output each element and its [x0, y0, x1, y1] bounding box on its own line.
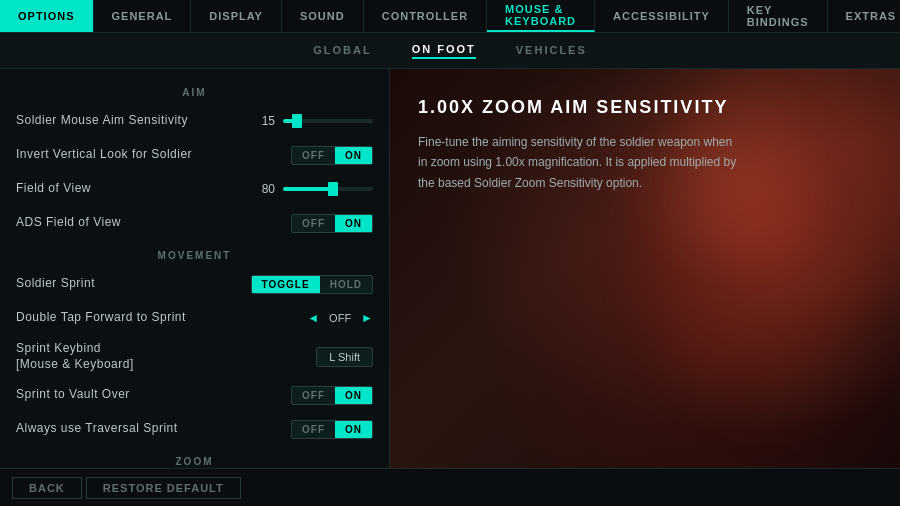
field-of-view-label: Field of View: [16, 181, 91, 197]
invert-vertical-off[interactable]: OFF: [292, 147, 335, 164]
ads-fov-on[interactable]: ON: [335, 215, 372, 232]
setting-traversal-sprint[interactable]: Always use Traversal Sprint OFF ON: [0, 412, 389, 446]
traversal-sprint-on[interactable]: ON: [335, 421, 372, 438]
setting-double-tap[interactable]: Double Tap Forward to Sprint ◄ OFF ►: [0, 301, 389, 335]
double-tap-label: Double Tap Forward to Sprint: [16, 310, 186, 326]
bottom-bar: BACK RESTORE DEFAULT: [0, 468, 900, 506]
setting-sprint-keybind[interactable]: Sprint Keybind [Mouse & Keyboard] L Shif…: [0, 335, 389, 378]
sprint-keybind-label: Sprint Keybind [Mouse & Keyboard]: [16, 341, 134, 372]
right-panel: 1.00X ZOOM AIM SENSITIVITY Fine-tune the…: [390, 69, 900, 468]
restore-default-button[interactable]: RESTORE DEFAULT: [86, 477, 241, 499]
invert-vertical-toggle[interactable]: OFF ON: [291, 146, 373, 165]
slider-thumb-fov[interactable]: [328, 182, 338, 196]
double-tap-value: OFF: [325, 312, 355, 324]
traversal-sprint-toggle[interactable]: OFF ON: [291, 420, 373, 439]
setting-field-of-view[interactable]: Field of View 80: [0, 172, 389, 206]
section-header-movement: MOVEMENT: [0, 240, 389, 267]
nav-extras[interactable]: EXTRAS: [828, 0, 900, 32]
slider-value-mouse-aim: 15: [255, 114, 275, 128]
setting-invert-vertical[interactable]: Invert Vertical Look for Soldier OFF ON: [0, 138, 389, 172]
double-tap-prev[interactable]: ◄: [307, 311, 319, 325]
soldier-sprint-toggle[interactable]: TOGGLE HOLD: [251, 275, 373, 294]
info-title: 1.00X ZOOM AIM SENSITIVITY: [418, 97, 872, 118]
ads-fov-off[interactable]: OFF: [292, 215, 335, 232]
slider-thumb-mouse-aim[interactable]: [292, 114, 302, 128]
soldier-sprint-label: Soldier Sprint: [16, 276, 95, 292]
tab-global[interactable]: GLOBAL: [313, 44, 371, 58]
nav-key-bindings[interactable]: KEY BINDINGS: [729, 0, 828, 32]
sprint-keybind-button[interactable]: L Shift: [316, 347, 373, 367]
slider-track-mouse-aim[interactable]: [283, 119, 373, 123]
top-nav: OPTIONS GENERAL DISPLAY SOUND CONTROLLER…: [0, 0, 900, 33]
sprint-vault-label: Sprint to Vault Over: [16, 387, 130, 403]
field-of-view-control: 80: [255, 182, 373, 196]
nav-display[interactable]: DISPLAY: [191, 0, 282, 32]
slider-value-fov: 80: [255, 182, 275, 196]
invert-vertical-label: Invert Vertical Look for Soldier: [16, 147, 192, 163]
sprint-vault-off[interactable]: OFF: [292, 387, 335, 404]
traversal-sprint-label: Always use Traversal Sprint: [16, 421, 178, 437]
invert-vertical-on[interactable]: ON: [335, 147, 372, 164]
traversal-sprint-off[interactable]: OFF: [292, 421, 335, 438]
nav-mouse-keyboard[interactable]: MOUSE & KEYBOARD: [487, 0, 595, 32]
nav-general[interactable]: GENERAL: [94, 0, 192, 32]
soldier-sprint-hold-btn[interactable]: HOLD: [320, 276, 372, 293]
setting-ads-fov[interactable]: ADS Field of View OFF ON: [0, 206, 389, 240]
ads-fov-toggle[interactable]: OFF ON: [291, 214, 373, 233]
info-description: Fine-tune the aiming sensitivity of the …: [418, 132, 738, 193]
setting-soldier-sprint[interactable]: Soldier Sprint TOGGLE HOLD: [0, 267, 389, 301]
nav-accessibility[interactable]: ACCESSIBILITY: [595, 0, 729, 32]
nav-controller[interactable]: CONTROLLER: [364, 0, 487, 32]
nav-sound[interactable]: SOUND: [282, 0, 364, 32]
back-button[interactable]: BACK: [12, 477, 82, 499]
sprint-vault-on[interactable]: ON: [335, 387, 372, 404]
tab-on-foot[interactable]: ON FOOT: [412, 43, 476, 59]
main-content: AIM Soldier Mouse Aim Sensitivity 15 Inv…: [0, 69, 900, 468]
sprint-vault-toggle[interactable]: OFF ON: [291, 386, 373, 405]
section-header-zoom: ZOOM: [0, 446, 389, 468]
double-tap-selector[interactable]: ◄ OFF ►: [307, 311, 373, 325]
tab-vehicles[interactable]: VEHICLES: [516, 44, 587, 58]
ads-fov-label: ADS Field of View: [16, 215, 121, 231]
soldier-mouse-aim-label: Soldier Mouse Aim Sensitivity: [16, 113, 188, 129]
section-header-aim: AIM: [0, 77, 389, 104]
info-panel: 1.00X ZOOM AIM SENSITIVITY Fine-tune the…: [390, 69, 900, 221]
second-nav: GLOBAL ON FOOT VEHICLES: [0, 33, 900, 69]
slider-track-fov[interactable]: [283, 187, 373, 191]
soldier-sprint-toggle-btn[interactable]: TOGGLE: [252, 276, 320, 293]
double-tap-next[interactable]: ►: [361, 311, 373, 325]
setting-soldier-mouse-aim[interactable]: Soldier Mouse Aim Sensitivity 15: [0, 104, 389, 138]
slider-fill-fov: [283, 187, 333, 191]
nav-options[interactable]: OPTIONS: [0, 0, 94, 32]
setting-sprint-vault[interactable]: Sprint to Vault Over OFF ON: [0, 378, 389, 412]
left-panel: AIM Soldier Mouse Aim Sensitivity 15 Inv…: [0, 69, 390, 468]
soldier-mouse-aim-control: 15: [255, 114, 373, 128]
